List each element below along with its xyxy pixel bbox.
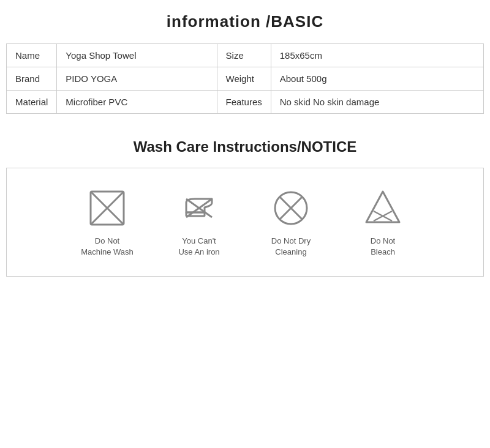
no-dry-cleaning-label: Do Not Dry Cleaning — [271, 236, 311, 258]
no-iron-label: You Can't Use An iron — [178, 236, 219, 258]
table-label: Weight — [217, 67, 271, 91]
table-label: Name — [7, 44, 57, 67]
table-value: 185x65cm — [271, 44, 483, 67]
info-table: Name Yoga Shop Towel Size 185x65cm Brand… — [6, 43, 484, 114]
table-value: PIDO YOGA — [57, 67, 217, 91]
wash-icon-item: You Can't Use An iron — [165, 187, 233, 258]
no-machine-wash-icon — [86, 187, 129, 230]
svg-marker-9 — [366, 192, 399, 222]
no-machine-wash-label: Do Not Machine Wash — [81, 236, 134, 258]
wash-icon-item: Do Not Bleach — [349, 187, 417, 258]
table-label: Material — [7, 91, 57, 114]
wash-icon-item: Do Not Dry Cleaning — [257, 187, 325, 258]
table-value: Yoga Shop Towel — [57, 44, 217, 67]
table-row: Name Yoga Shop Towel Size 185x65cm — [7, 44, 484, 67]
no-dry-cleaning-icon — [270, 187, 312, 230]
table-value: No skid No skin damage — [271, 91, 483, 114]
no-iron-icon — [178, 187, 221, 230]
basic-title: information /BASIC — [6, 12, 484, 31]
table-value: Microfiber PVC — [57, 91, 217, 114]
table-row: Brand PIDO YOGA Weight About 500g — [7, 67, 484, 91]
table-label: Brand — [7, 67, 57, 91]
wash-care-box: Do Not Machine Wash You Can't Use An iro… — [6, 168, 484, 277]
no-bleach-icon — [361, 187, 404, 230]
no-bleach-label: Do Not Bleach — [371, 236, 395, 258]
table-label: Size — [217, 44, 271, 67]
table-row: Material Microfiber PVC Features No skid… — [7, 91, 484, 114]
wash-title: Wash Care Instructions/NOTICE — [6, 138, 484, 155]
wash-icons-row: Do Not Machine Wash You Can't Use An iro… — [13, 187, 477, 258]
page-container: information /BASIC Name Yoga Shop Towel … — [0, 0, 490, 289]
table-value: About 500g — [271, 67, 483, 91]
table-label: Features — [217, 91, 271, 114]
wash-icon-item: Do Not Machine Wash — [74, 187, 141, 258]
